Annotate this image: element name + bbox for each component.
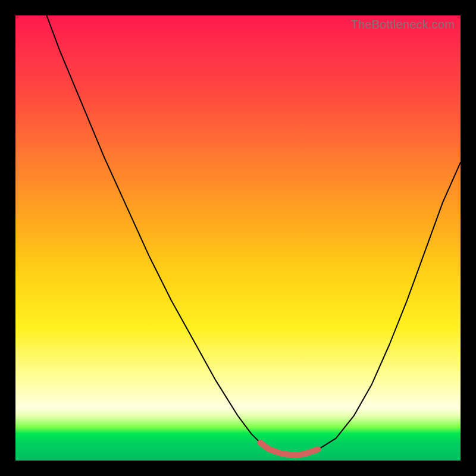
chart-svg [15, 15, 461, 461]
chart-frame: TheBottleneck.com [0, 0, 476, 476]
bottleneck-curve [46, 15, 461, 455]
plot-area: TheBottleneck.com [15, 15, 461, 461]
bottleneck-curve-min-highlight [260, 443, 318, 455]
